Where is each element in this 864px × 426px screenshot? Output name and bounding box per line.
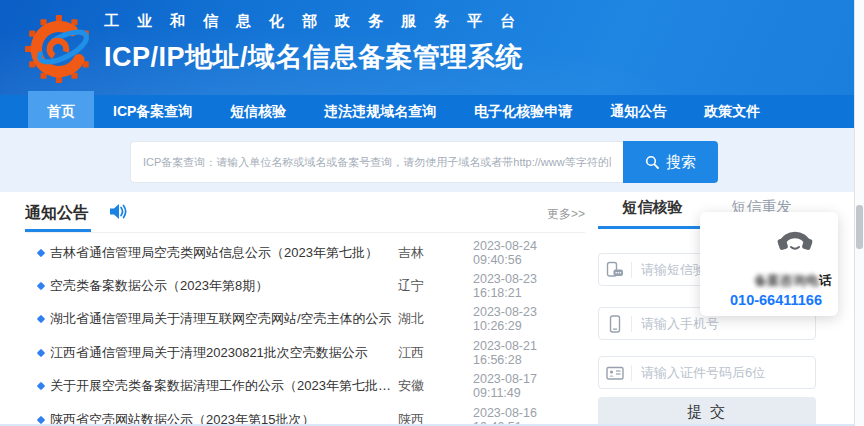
notice-datetime: 2023-08-17 09:11:49 xyxy=(473,372,583,400)
notice-province: 江西 xyxy=(398,344,473,362)
tab-sms-verify[interactable]: 短信核验 xyxy=(598,192,707,228)
notice-province: 安徽 xyxy=(398,377,473,395)
notice-datetime: 2023-08-24 09:40:56 xyxy=(473,239,583,267)
header-titles: 工业和信息化部政务服务平台 ICP/IP地址/域名信息备案管理系统 xyxy=(104,13,533,75)
hotline-popup: 备案咨询电话 010-66411166 xyxy=(700,212,838,316)
nav-item-sms-verify[interactable]: 短信核验 xyxy=(211,95,305,128)
nav-item-notices[interactable]: 通知公告 xyxy=(591,95,685,128)
notice-datetime: 2023-08-16 10:46:51 xyxy=(473,406,583,426)
scrollbar-thumb[interactable] xyxy=(856,205,863,249)
hotline-phone-number: 010-66411166 xyxy=(714,292,838,308)
diamond-bullet-icon xyxy=(38,250,50,256)
notice-panel-title: 通知公告 xyxy=(25,203,89,224)
search-box: 搜索 xyxy=(130,141,718,183)
search-section: 搜索 xyxy=(0,128,864,192)
diamond-bullet-icon xyxy=(38,350,50,356)
diamond-bullet-icon xyxy=(38,283,50,289)
diamond-bullet-icon xyxy=(38,316,50,322)
nav-item-policy-files[interactable]: 政策文件 xyxy=(685,95,779,128)
notice-title-link[interactable]: 空壳类备案数据公示（2023年第8期） xyxy=(50,277,398,295)
miit-gear-logo-icon xyxy=(24,9,96,87)
notice-panel: 通知公告 更多>> 吉林省通信管理局空壳类网站信息公示（2023年第七批） 吉林… xyxy=(25,192,585,426)
page-title: ICP/IP地址/域名信息备案管理系统 xyxy=(104,39,533,75)
sms-code-icon xyxy=(599,261,631,279)
notice-row: 吉林省通信管理局空壳类网站信息公示（2023年第七批） 吉林 2023-08-2… xyxy=(25,236,585,269)
notice-title-link[interactable]: 关于开展空壳类备案数据清理工作的公示（2023年第七批） 皖网 xyxy=(50,377,398,395)
search-button-label: 搜索 xyxy=(666,153,696,172)
mobile-phone-icon xyxy=(599,315,631,333)
notice-title-link[interactable]: 吉林省通信管理局空壳类网站信息公示（2023年第七批） xyxy=(50,244,398,262)
notice-province: 辽宁 xyxy=(398,277,473,295)
notice-list: 吉林省通信管理局空壳类网站信息公示（2023年第七批） 吉林 2023-08-2… xyxy=(25,236,585,426)
nav-item-illegal-domain-query[interactable]: 违法违规域名查询 xyxy=(305,95,455,128)
more-notices-link[interactable]: 更多>> xyxy=(547,206,585,223)
notice-datetime: 2023-08-23 16:18:21 xyxy=(473,272,583,300)
id-card-last6-input[interactable] xyxy=(632,364,815,381)
diamond-bullet-icon xyxy=(38,383,50,389)
notice-row: 湖北省通信管理局关于清理互联网空壳网站/空壳主体的公示 湖北 2023-08-2… xyxy=(25,303,585,336)
notice-title-link[interactable]: 江西省通信管理局关于清理20230821批次空壳数据公示 xyxy=(50,344,398,362)
hotline-label-visible: 话 xyxy=(819,273,832,288)
icp-beian-homepage: 工业和信息化部政务服务平台 ICP/IP地址/域名信息备案管理系统 首页 ICP… xyxy=(0,0,864,426)
search-button[interactable]: 搜索 xyxy=(623,141,718,183)
phone-number-input[interactable] xyxy=(632,315,815,332)
nav-item-home[interactable]: 首页 xyxy=(28,91,94,128)
vertical-scrollbar xyxy=(854,0,864,426)
notice-row: 关于开展空壳类备案数据清理工作的公示（2023年第七批） 皖网 安徽 2023-… xyxy=(25,370,585,403)
notice-datetime: 2023-08-21 16:56:28 xyxy=(473,339,583,367)
notice-row: 陕西省空壳网站数据公示（2023年第15批次） 陕西 2023-08-16 10… xyxy=(25,403,585,426)
id-card-icon xyxy=(599,364,631,382)
diamond-bullet-icon xyxy=(38,417,50,423)
notice-row: 空壳类备案数据公示（2023年第8期） 辽宁 2023-08-23 16:18:… xyxy=(25,269,585,302)
hotline-label-obscured: 备案咨询电 xyxy=(754,273,819,288)
notice-panel-header: 通知公告 更多>> xyxy=(25,192,585,233)
main-nav: 首页 ICP备案查询 短信核验 违法违规域名查询 电子化核验申请 通知公告 政策… xyxy=(0,95,864,128)
platform-name: 工业和信息化部政务服务平台 xyxy=(104,13,533,28)
notice-datetime: 2023-08-23 10:26:29 xyxy=(473,305,583,333)
id-card-field-wrap xyxy=(598,356,816,389)
notice-title-link[interactable]: 湖北省通信管理局关于清理互联网空壳网站/空壳主体的公示 xyxy=(50,310,398,328)
hotline-label: 备案咨询电话 xyxy=(700,272,832,290)
telephone-handset-icon xyxy=(776,221,814,259)
icp-search-input[interactable] xyxy=(130,141,623,183)
site-header: 工业和信息化部政务服务平台 ICP/IP地址/域名信息备案管理系统 xyxy=(0,0,864,95)
active-title-underline xyxy=(25,229,91,232)
notice-province: 湖北 xyxy=(398,310,473,328)
active-tab-underline xyxy=(598,226,710,229)
notice-row: 江西省通信管理局关于清理20230821批次空壳数据公示 江西 2023-08-… xyxy=(25,336,585,369)
nav-item-electronic-verify-apply[interactable]: 电子化核验申请 xyxy=(455,95,591,128)
submit-button[interactable]: 提 交 xyxy=(598,397,816,426)
speaker-icon xyxy=(109,203,128,220)
nav-item-icp-query[interactable]: ICP备案查询 xyxy=(94,95,211,128)
notice-province: 吉林 xyxy=(398,244,473,262)
search-icon xyxy=(645,155,659,169)
